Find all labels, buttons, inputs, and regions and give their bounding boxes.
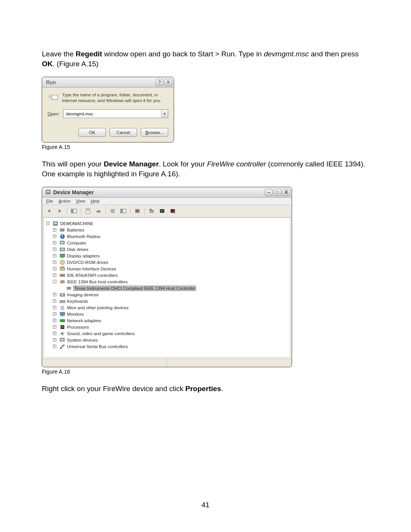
svg-rect-9: [87, 211, 89, 211]
show-hide-tree-button[interactable]: [69, 206, 78, 216]
tree-node[interactable]: +Monitors: [53, 311, 288, 317]
back-button[interactable]: [45, 206, 54, 216]
tree-node-label: Monitors: [67, 312, 84, 316]
tree-node[interactable]: +IDE ATA/ATAPI controllers: [53, 272, 288, 278]
tree-node[interactable]: +System devices: [53, 337, 288, 343]
svg-rect-22: [161, 210, 163, 212]
device-tree[interactable]: – DEMOMACHINE +Batteries+Bluetooth Radio…: [43, 217, 290, 358]
tree-node[interactable]: +Imaging devices: [53, 291, 288, 298]
tree-node-label: Display adapters: [67, 254, 100, 258]
tree-node[interactable]: +Disk drives: [53, 246, 288, 252]
disable-device-button[interactable]: [158, 206, 167, 216]
menu-action[interactable]: Action: [59, 199, 71, 203]
expand-icon[interactable]: +: [53, 228, 56, 232]
figure-caption-2: Figure A.16: [42, 369, 369, 375]
menu-file[interactable]: File: [46, 199, 53, 203]
expand-icon[interactable]: +: [53, 260, 56, 264]
tree-node[interactable]: +Bluetooth Radios: [53, 233, 288, 240]
tree-node[interactable]: +Human Interface Devices: [53, 265, 288, 272]
text-bold: OK: [42, 60, 53, 68]
minimize-button[interactable]: –: [265, 189, 272, 196]
expand-icon[interactable]: +: [53, 332, 56, 335]
open-combobox[interactable]: ▾: [63, 109, 168, 118]
expand-icon[interactable]: +: [53, 248, 56, 251]
scan-hardware-button[interactable]: [147, 206, 156, 216]
close-button[interactable]: X: [164, 79, 172, 86]
tree-node[interactable]: +DVD/CD-ROM drives: [53, 259, 288, 265]
svg-marker-4: [59, 209, 61, 213]
expand-icon[interactable]: +: [53, 241, 56, 244]
menubar: File Action View Help: [42, 198, 292, 205]
tree-node[interactable]: +Mice and other pointing devices: [53, 304, 288, 311]
expand-icon[interactable]: +: [53, 312, 56, 316]
tree-node[interactable]: +Display adapters: [53, 252, 288, 259]
svg-rect-12: [97, 212, 100, 213]
computer-icon: [45, 189, 51, 196]
update-driver-button[interactable]: [108, 206, 117, 216]
text-italic: FireWire controller: [207, 160, 266, 168]
menu-help[interactable]: Help: [91, 199, 100, 203]
battery-icon: [59, 227, 65, 233]
text: and then press: [309, 50, 358, 58]
expand-icon[interactable]: +: [53, 254, 56, 257]
expand-icon[interactable]: +: [53, 273, 56, 277]
enable-device-button[interactable]: [168, 206, 177, 216]
tree-node[interactable]: +Network adapters: [53, 317, 288, 324]
svg-rect-8: [87, 209, 89, 210]
tree-node-label: Disk drives: [67, 247, 88, 252]
expand-icon[interactable]: +: [53, 319, 56, 322]
svg-rect-6: [73, 209, 76, 213]
tree-node[interactable]: +Computer: [53, 240, 288, 246]
ide-icon: [59, 272, 65, 278]
uninstall-button[interactable]: [133, 206, 142, 216]
browse-button[interactable]: Browse...: [141, 128, 168, 137]
tree-node[interactable]: +Keyboards: [53, 298, 288, 304]
maximize-button[interactable]: □: [274, 189, 281, 196]
tree-node[interactable]: -IEEE 1394 Bus host controllers: [53, 278, 288, 285]
expand-icon[interactable]: +: [53, 299, 56, 303]
collapse-icon[interactable]: -: [53, 280, 56, 283]
tree-node[interactable]: +Sound, video and game controllers: [53, 330, 288, 337]
ok-button[interactable]: OK: [78, 128, 106, 137]
tree-leaf-label: Texas Instruments OHCI Compliant IEEE 13…: [73, 286, 196, 291]
expand-icon[interactable]: +: [53, 267, 56, 270]
expand-icon[interactable]: +: [53, 293, 56, 296]
print-button[interactable]: [94, 206, 103, 216]
dm-title-text: Device Manager: [53, 189, 94, 195]
tree-node-label: Computer: [67, 241, 86, 245]
forward-button[interactable]: [55, 206, 64, 216]
text-bold: Properties: [185, 385, 221, 393]
tree-node[interactable]: +Processors: [53, 324, 288, 330]
cd-icon: [59, 259, 65, 265]
tree-node[interactable]: +Batteries: [53, 227, 288, 233]
show-hidden-button[interactable]: [119, 206, 128, 216]
properties-button[interactable]: [83, 206, 92, 216]
run-message: Type the name of a program, folder, docu…: [62, 92, 168, 103]
svg-rect-10: [97, 211, 100, 212]
page-number: 41: [0, 501, 411, 509]
tree-leaf[interactable]: Texas Instruments OHCI Compliant IEEE 13…: [66, 285, 288, 291]
computer-icon: [59, 240, 65, 246]
help-button[interactable]: ?: [156, 79, 163, 86]
collapse-icon[interactable]: –: [46, 222, 49, 225]
expand-icon[interactable]: +: [53, 345, 56, 348]
fw-icon: [66, 285, 72, 291]
keyboard-icon: [59, 298, 65, 304]
usb-icon: [59, 343, 65, 350]
cancel-button[interactable]: Cancel: [110, 128, 137, 137]
run-titlebar[interactable]: Run ? X: [42, 77, 174, 88]
expand-icon[interactable]: +: [53, 306, 56, 309]
chevron-down-icon[interactable]: ▾: [161, 110, 168, 118]
expand-icon[interactable]: +: [53, 338, 56, 342]
close-button[interactable]: X: [282, 189, 290, 196]
system-icon: [59, 337, 65, 343]
expand-icon[interactable]: +: [53, 235, 56, 238]
tree-node[interactable]: +Universal Serial Bus controllers: [53, 343, 288, 350]
dm-titlebar[interactable]: Device Manager – □ X: [42, 187, 292, 198]
imaging-icon: [59, 292, 65, 298]
expand-icon[interactable]: +: [53, 325, 56, 329]
monitor-icon: [59, 311, 65, 317]
open-input[interactable]: [64, 110, 161, 118]
menu-view[interactable]: View: [76, 199, 86, 203]
display-icon: [59, 253, 65, 259]
